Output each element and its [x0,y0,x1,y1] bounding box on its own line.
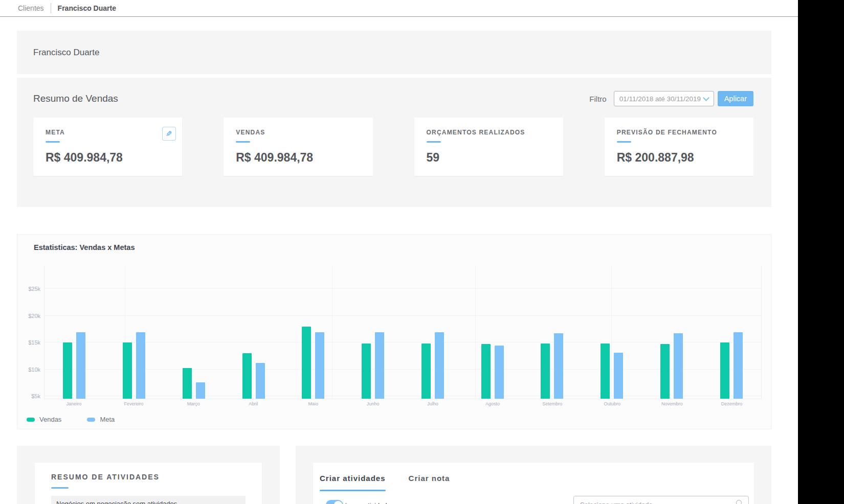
composer-tabs: Criar atividades Criar nota [320,474,754,491]
chart-x-labels: JaneiroFevereiroMarçoAbrilMaioJunhoJulho… [44,401,762,406]
filter-group: Filtro 01/11/2018 até 30/11/2019 Aplicar [589,91,753,106]
bar-vendas-fevereiro [123,342,132,399]
bar-meta-março [196,382,205,399]
chart-panel: Estatisticas: Vendas x Metas $25k$20k$15… [17,234,771,429]
pencil-icon: ✎ [166,127,172,140]
x-axis-label: Abril [224,401,283,406]
activity-toggle-label: é uma atividade [344,501,391,504]
sales-summary-title: Resumo de Vendas [33,93,118,104]
sales-summary-panel: Resumo de Vendas Filtro 01/11/2018 até 3… [17,78,771,207]
bar-group [403,332,463,399]
accent-underline [427,141,441,143]
chart-columns [45,266,761,399]
search-icon [736,500,742,504]
x-axis-label: Janeiro [44,401,104,406]
chart-column-setembro [522,266,582,399]
y-axis-tick-label: $5k [19,393,40,399]
x-axis-label: Julho [403,401,463,406]
page-title: Francisco Duarte [33,48,99,58]
bar-meta-novembro [674,333,683,399]
metric-card-vendas: VENDAS R$ 409.984,78 [224,118,372,176]
chart-plot: $25k$20k$15k$10k$5k [44,266,762,399]
legend-swatch [27,418,35,422]
y-axis-tick-label: $25k [19,286,40,292]
bar-vendas-maio [302,327,311,399]
accent-underline [51,487,69,489]
x-axis-label: Maio [283,401,343,406]
activities-list-item[interactable]: Negócios em negociação sem atividades [51,496,246,504]
metric-card-orcamentos: ORÇAMENTOS REALIZADOS 59 [414,118,563,176]
breadcrumb-current: Francisco Duarte [58,4,116,12]
chart-column-abril [224,266,283,399]
bar-group [45,332,104,399]
y-axis-tick-label: $20k [19,313,40,319]
accent-underline [46,141,60,143]
bar-meta-outubro [614,353,623,399]
composer-card: Criar atividades Criar nota é uma ativid… [313,463,754,504]
metric-value: R$ 409.984,78 [236,151,360,165]
date-range-value: 01/11/2018 até 30/11/2019 [619,95,701,103]
y-axis-tick-label: $15k [19,339,40,346]
bar-vendas-março [183,368,192,399]
bar-vendas-julho [421,343,431,399]
filter-label: Filtro [589,95,606,103]
apply-filter-button[interactable]: Aplicar [718,91,753,106]
bar-group [343,332,403,399]
bar-meta-setembro [554,333,563,399]
activities-summary-panel: RESUMO DE ATIVIDADES Negócios em negocia… [17,446,280,504]
chart-column-dezembro [701,266,761,399]
composer-panel: Criar atividades Criar nota é uma ativid… [296,446,771,504]
breadcrumb: Clientes Francisco Duarte [0,0,798,17]
bar-meta-fevereiro [136,332,145,399]
breadcrumb-link-clientes[interactable]: Clientes [18,4,44,12]
chart-column-novembro [642,266,702,399]
breadcrumb-divider [51,3,51,13]
legend-item-vendas: Vendas [27,416,61,423]
chart-column-fevereiro [104,266,164,399]
metric-card-previsao: PREVISÃO DE FECHAMENTO R$ 200.887,98 [605,118,753,176]
x-axis-label: Junho [343,401,403,406]
chevron-down-icon [703,95,709,101]
chart-column-junho [343,266,403,399]
bar-group [701,332,761,399]
metric-card-meta: META R$ 409.984,78 ✎ [33,118,182,176]
bar-meta-dezembro [734,332,743,399]
chart-title: Estatisticas: Vendas x Metas [34,243,771,251]
bar-vendas-novembro [660,344,670,399]
bar-vendas-outubro [601,343,610,399]
bar-meta-abril [256,363,265,399]
activities-summary-title: RESUMO DE ATIVIDADES [51,473,246,481]
chart-column-outubro [582,266,642,399]
bar-group [164,368,224,399]
activity-search-input[interactable] [573,496,749,504]
metric-value: R$ 409.984,78 [46,151,170,165]
accent-underline [236,141,250,143]
toggle-knob [334,501,342,504]
bar-group [283,327,343,399]
tab-criar-nota[interactable]: Criar nota [409,474,450,491]
bar-meta-agosto [495,346,504,399]
metric-label: META [46,129,170,136]
bar-group [642,333,702,399]
metric-label: PREVISÃO DE FECHAMENTO [617,129,741,136]
activity-toggle[interactable] [326,500,343,504]
bar-meta-julho [435,332,444,399]
edit-meta-button[interactable]: ✎ [162,127,176,141]
chart-column-março [164,266,224,399]
chart-column-agosto [462,266,522,399]
client-header-panel: Francisco Duarte [17,31,771,74]
tab-criar-atividades[interactable]: Criar atividades [320,474,386,491]
bar-group [522,333,582,399]
accent-underline [617,141,631,143]
chart-column-julho [403,266,463,399]
chart-legend: VendasMeta [17,416,771,423]
chart-column-janeiro [45,266,104,399]
legend-item-meta: Meta [87,416,115,423]
bar-vendas-dezembro [720,342,729,399]
legend-label: Meta [100,416,115,423]
bar-group [104,332,164,399]
y-axis-tick-label: $10k [19,366,40,373]
bar-vendas-janeiro [63,342,72,399]
metric-value: 59 [427,151,551,165]
date-range-select[interactable]: 01/11/2018 até 30/11/2019 [614,91,714,106]
